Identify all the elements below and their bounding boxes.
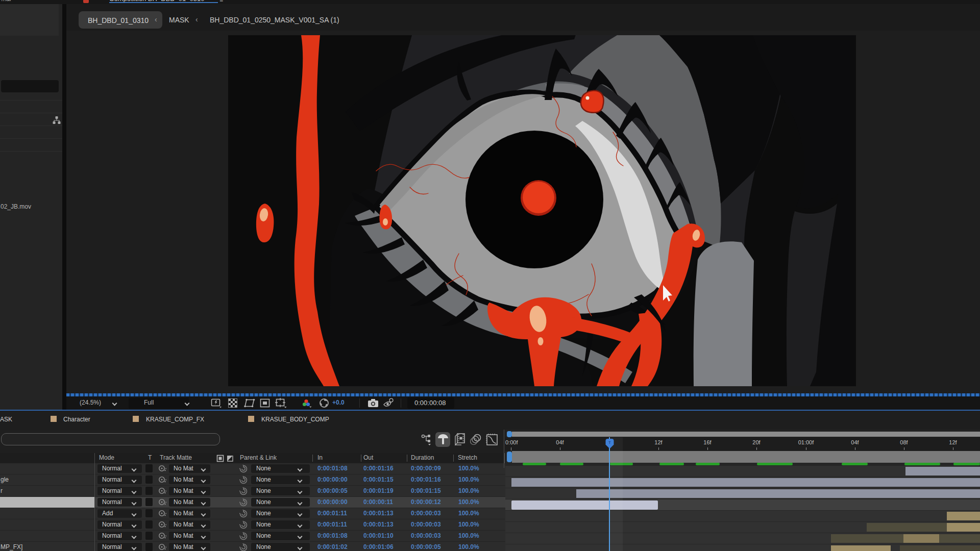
svg-text:T: T bbox=[608, 440, 611, 445]
